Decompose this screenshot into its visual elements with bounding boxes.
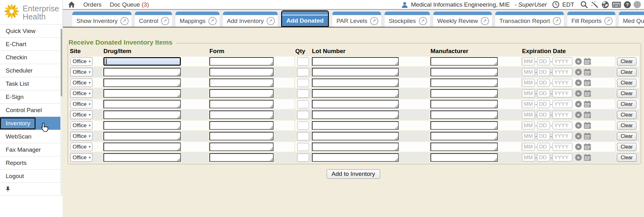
lot-number-input[interactable] (312, 79, 399, 87)
drug-item-field[interactable] (104, 68, 180, 76)
add-to-inventory-button[interactable]: Add to Inventory (326, 169, 380, 179)
clear-date-icon[interactable]: × (575, 133, 582, 139)
tab-fill-reports[interactable]: Fill Reports↗ (567, 12, 615, 27)
sidebar-item-inventory[interactable]: Inventory (0, 117, 63, 130)
popout-arrow-icon[interactable]: ↗ (481, 17, 489, 25)
form-input[interactable] (209, 68, 274, 76)
nav-doc-queue[interactable]: Doc Queue (3) (110, 1, 149, 8)
manufacturer-input[interactable] (430, 68, 498, 76)
manufacturer-field[interactable] (431, 100, 497, 108)
lot-number-input[interactable] (312, 100, 399, 108)
clear-date-icon[interactable]: × (575, 111, 582, 118)
expiration-month-input[interactable] (522, 57, 535, 65)
form-input[interactable] (209, 121, 274, 130)
expiration-year-input[interactable] (552, 68, 572, 76)
expiration-day-input[interactable] (537, 57, 550, 65)
qty-input[interactable] (297, 111, 309, 119)
sidebar-item-reports[interactable]: Reports (0, 156, 63, 169)
expiration-month-input[interactable] (522, 79, 535, 87)
popout-arrow-icon[interactable]: ↗ (267, 17, 275, 25)
sidebar-item-e-sign[interactable]: E-Sign (0, 90, 63, 103)
expiration-year-input[interactable] (552, 90, 572, 97)
lot-number-input[interactable] (312, 68, 399, 76)
manufacturer-field[interactable] (431, 154, 497, 161)
expiration-year-input[interactable] (552, 122, 572, 129)
lot-number-input[interactable] (312, 121, 399, 130)
popout-arrow-icon[interactable]: ↗ (161, 17, 169, 25)
calendar-icon[interactable] (584, 58, 591, 65)
clear-date-icon[interactable]: × (575, 90, 582, 97)
clear-row-button[interactable]: Clear (617, 79, 636, 87)
sidebar-item-control-panel[interactable]: Control Panel (0, 103, 63, 117)
expiration-day-input[interactable] (537, 154, 550, 161)
calendar-icon[interactable] (584, 111, 591, 118)
lot-number-input[interactable] (312, 132, 399, 140)
drug-item-field[interactable] (104, 100, 180, 108)
qty-input[interactable] (297, 90, 309, 98)
calendar-icon[interactable] (584, 143, 591, 150)
clear-row-button[interactable]: Clear (617, 154, 636, 162)
expiration-month-input[interactable] (522, 122, 535, 129)
expiration-day-input[interactable] (537, 132, 550, 140)
form-field[interactable] (210, 58, 273, 65)
drug-item-input[interactable] (103, 121, 181, 130)
lot-number-field[interactable] (313, 58, 398, 65)
lot-number-field[interactable] (313, 68, 398, 76)
manufacturer-field[interactable] (431, 143, 497, 150)
manufacturer-field[interactable] (431, 122, 497, 129)
tab-par-levels[interactable]: PAR Levels↗ (332, 12, 381, 27)
lot-number-field[interactable] (313, 111, 398, 118)
lot-number-input[interactable] (312, 89, 399, 98)
popout-arrow-icon[interactable]: ↗ (120, 17, 129, 25)
drug-item-input[interactable] (103, 153, 181, 162)
sidebar-pin-item[interactable] (0, 182, 63, 196)
tab-add-inventory[interactable]: Add Inventory↗ (223, 12, 278, 27)
expiration-year-input[interactable] (552, 154, 572, 161)
form-field[interactable] (210, 122, 273, 129)
manufacturer-field[interactable] (431, 68, 497, 76)
manufacturer-input[interactable] (430, 100, 498, 108)
manufacturer-field[interactable] (431, 58, 497, 65)
expiration-year-input[interactable] (552, 57, 572, 65)
sidebar-scrollbar[interactable] (60, 28, 63, 195)
popout-arrow-icon[interactable]: ↗ (419, 17, 427, 25)
tab-show-inventory[interactable]: Show Inventory↗ (72, 12, 131, 27)
form-field[interactable] (210, 133, 273, 140)
expiration-day-input[interactable] (537, 68, 550, 76)
drug-item-field[interactable] (104, 111, 180, 118)
manufacturer-input[interactable] (430, 57, 498, 66)
manufacturer-input[interactable] (430, 143, 498, 151)
qty-input[interactable] (297, 79, 309, 87)
qty-input[interactable] (297, 100, 309, 108)
expiration-day-input[interactable] (537, 90, 550, 97)
clear-date-icon[interactable]: × (575, 58, 582, 65)
lot-number-input[interactable] (312, 111, 399, 119)
qty-input[interactable] (297, 132, 309, 140)
clear-date-icon[interactable]: × (575, 101, 582, 107)
expiration-month-input[interactable] (522, 143, 535, 151)
calendar-icon[interactable] (584, 100, 591, 108)
manufacturer-field[interactable] (431, 79, 497, 86)
form-field[interactable] (210, 154, 273, 161)
site-select[interactable]: Office ▾ (70, 79, 92, 87)
manufacturer-input[interactable] (430, 79, 498, 87)
drug-item-field[interactable] (104, 79, 180, 86)
tab-stockpiles[interactable]: Stockpiles↗ (385, 12, 430, 27)
expiration-day-input[interactable] (537, 100, 550, 108)
drug-item-field[interactable] (104, 154, 180, 161)
tab-weekly-review[interactable]: Weekly Review↗ (433, 12, 492, 27)
expiration-month-input[interactable] (522, 132, 535, 140)
globe-icon[interactable] (602, 1, 609, 8)
site-select[interactable]: Office ▾ (70, 68, 92, 76)
search-icon[interactable] (580, 1, 588, 8)
lot-number-input[interactable] (312, 153, 399, 162)
drug-item-input[interactable] (103, 111, 181, 119)
sidebar-item-scheduler[interactable]: Scheduler (0, 64, 63, 77)
qty-input[interactable] (297, 143, 309, 151)
form-field[interactable] (210, 111, 273, 118)
form-field[interactable] (210, 79, 273, 86)
calendar-icon[interactable] (584, 133, 591, 140)
form-input[interactable] (209, 79, 274, 87)
nav-orders[interactable]: Orders (83, 1, 102, 8)
clock-icon[interactable] (552, 1, 559, 8)
